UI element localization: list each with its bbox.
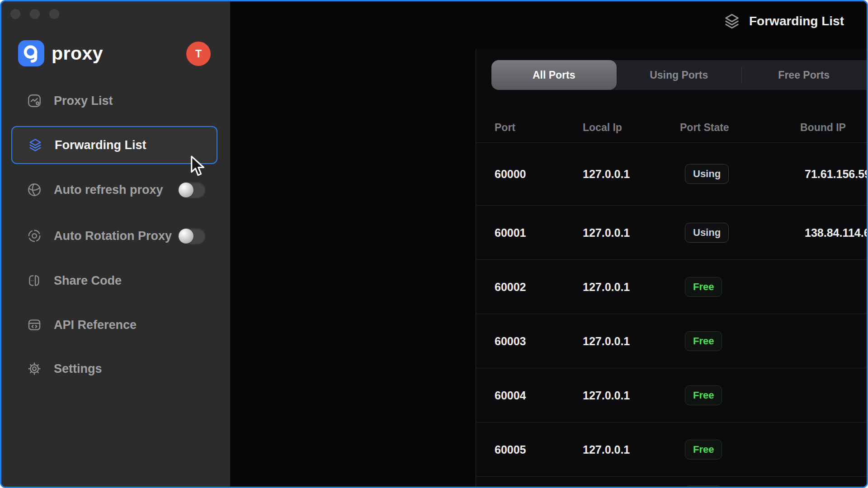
avatar[interactable]: T <box>186 42 211 66</box>
app-window: proxy T Proxy ListForwarding ListAuto re… <box>0 0 868 488</box>
page-title: Forwarding List <box>749 14 844 28</box>
proxy-list-icon <box>27 93 42 108</box>
sidebar-item-label: API Reference <box>54 318 137 332</box>
sidebar-item-label: Auto refresh proxy <box>54 183 163 197</box>
table-row[interactable]: 60000127.0.0.1Using71.61.156.59McKeespor… <box>476 142 867 206</box>
table-row[interactable]: 60004127.0.0.1Free <box>476 368 867 422</box>
page-header: Forwarding List <box>723 12 844 30</box>
table-row[interactable]: 60001127.0.0.1Using138.84.114.69Davao Ci… <box>476 206 867 260</box>
sidebar-item-api-reference[interactable]: API Reference <box>11 306 217 344</box>
local-ip-cell: 127.0.0.1 <box>583 334 630 347</box>
port-cell: 60004 <box>495 389 526 402</box>
table-row[interactable]: Free <box>476 477 867 488</box>
port-state-cell: Free <box>685 331 722 351</box>
port-state-badge: Free <box>685 486 722 488</box>
sidebar: proxy T Proxy ListForwarding ListAuto re… <box>1 1 230 487</box>
port-state-cell: Free <box>685 277 722 297</box>
api-icon <box>27 317 42 333</box>
sidebar-item-auto-rotation-proxy[interactable]: Auto Rotation Proxy <box>11 217 217 255</box>
close-button[interactable] <box>10 9 20 19</box>
column-header-local-ip: Local Ip <box>583 122 622 134</box>
sidebar-item-label: Auto Rotation Proxy <box>54 229 172 243</box>
port-cell: 60003 <box>495 334 526 347</box>
port-cell: 60001 <box>495 226 526 239</box>
auto-rotation-proxy-toggle[interactable] <box>178 228 206 244</box>
auto-refresh-proxy-toggle[interactable] <box>178 182 206 198</box>
globe-icon <box>27 182 42 197</box>
port-state-cell: Free <box>685 385 722 405</box>
tab-using-ports[interactable]: Using Ports <box>617 60 742 90</box>
table-row[interactable]: 60003127.0.0.1Free <box>476 314 867 368</box>
sidebar-item-label: Forwarding List <box>55 138 146 152</box>
port-state-badge: Using <box>685 223 729 243</box>
bound-ip-cell: 138.84.114.69 <box>805 226 868 239</box>
tab-all-ports[interactable]: All Ports <box>491 60 617 90</box>
rotation-icon <box>27 228 42 244</box>
sidebar-item-label: Proxy List <box>54 94 113 108</box>
sidebar-item-proxy-list[interactable]: Proxy List <box>11 82 217 120</box>
layers-icon <box>28 137 43 153</box>
local-ip-cell: 127.0.0.1 <box>583 226 630 239</box>
port-state-cell: Free <box>685 486 722 488</box>
table-row[interactable]: 60005127.0.0.1Free <box>476 422 867 477</box>
share-code-icon <box>27 273 42 288</box>
column-header-port: Port <box>495 122 515 134</box>
logo-text: proxy <box>52 43 103 64</box>
minimize-button[interactable] <box>30 9 40 19</box>
column-header-bound-ip: Bound IP <box>800 122 846 134</box>
traffic-lights <box>10 9 59 19</box>
port-filter-tabs: All PortsUsing PortsFree PortsUnavailabl… <box>491 60 868 90</box>
port-state-badge: Free <box>685 277 722 297</box>
sidebar-item-label: Share Code <box>54 274 122 288</box>
sidebar-item-settings[interactable]: Settings <box>11 350 217 388</box>
port-cell: 60002 <box>495 280 526 293</box>
gear-icon <box>27 361 42 376</box>
port-state-badge: Free <box>685 385 722 405</box>
port-state-badge: Free <box>685 331 722 351</box>
sidebar-item-share-code[interactable]: Share Code <box>11 262 217 300</box>
local-ip-cell: 127.0.0.1 <box>583 389 630 402</box>
table-body: 60000127.0.0.1Using71.61.156.59McKeespor… <box>476 142 867 488</box>
column-header-port-state: Port State <box>680 122 729 134</box>
port-state-badge: Using <box>685 164 729 184</box>
sidebar-item-label: Settings <box>54 362 102 376</box>
port-state-badge: Free <box>685 440 722 460</box>
main-content: Forwarding List All PortsUsing PortsFree… <box>230 1 867 487</box>
sidebar-item-forwarding-list[interactable]: Forwarding List <box>11 126 217 164</box>
tab-unavailable-ports[interactable]: Unavailable Ports <box>867 60 868 90</box>
brand: proxy <box>18 40 103 66</box>
toggle-knob <box>179 183 193 197</box>
local-ip-cell: 127.0.0.1 <box>583 443 630 456</box>
layers-icon <box>723 12 741 30</box>
port-cell: 60000 <box>495 167 526 180</box>
port-state-cell: Using <box>685 223 729 243</box>
table-row[interactable]: 60002127.0.0.1Free <box>476 260 867 314</box>
zoom-button[interactable] <box>49 9 59 19</box>
port-state-cell: Using <box>685 164 729 184</box>
sidebar-item-auto-refresh-proxy[interactable]: Auto refresh proxy <box>11 171 217 209</box>
nine-proxy-logo-icon <box>18 40 44 66</box>
bound-ip-cell: 71.61.156.59 <box>805 167 868 180</box>
port-cell: 60005 <box>495 443 526 456</box>
toggle-knob <box>179 229 193 244</box>
table-header: PortLocal IpPort StateBound IPCity <box>476 113 867 143</box>
local-ip-cell: 127.0.0.1 <box>583 280 630 293</box>
tab-free-ports[interactable]: Free Ports <box>741 60 867 90</box>
port-state-cell: Free <box>685 440 722 460</box>
local-ip-cell: 127.0.0.1 <box>583 167 630 180</box>
